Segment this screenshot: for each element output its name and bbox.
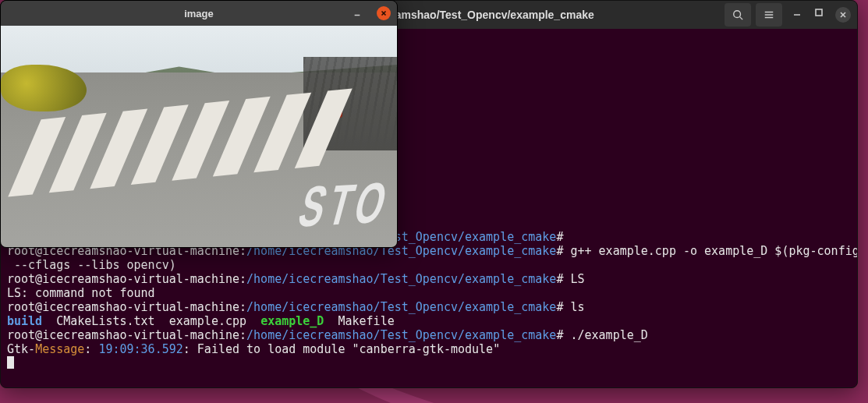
terminal-line: # ls: [556, 300, 584, 314]
prompt-path: /home/icecreamshao/Test_Opencv/example_c…: [246, 272, 556, 286]
maximize-icon: [814, 8, 824, 17]
svg-point-0: [734, 11, 741, 18]
terminal-line: LS: command not found: [7, 286, 155, 300]
svg-line-1: [740, 17, 743, 20]
search-icon: [732, 9, 743, 20]
terminal-line: # g++ example.cpp -o example_D $(pkg-con…: [556, 244, 858, 258]
prompt-path: /home/icecreamshao/Test_Opencv/example_c…: [246, 300, 556, 314]
terminal-line: # LS: [556, 272, 584, 286]
ls-entry-dir: build: [7, 314, 42, 328]
image-window-title: image: [184, 8, 214, 19]
hamburger-icon: [763, 9, 774, 20]
image-stop-marking: STO: [292, 168, 397, 241]
maximize-button[interactable]: [813, 7, 824, 18]
close-icon: [380, 9, 388, 17]
terminal-line: Gtk-: [7, 342, 35, 356]
ls-entry-exec: example_D: [260, 314, 324, 328]
image-titlebar[interactable]: image: [1, 1, 397, 26]
window-controls: [792, 7, 851, 23]
menu-button[interactable]: [756, 3, 782, 27]
ls-entry-file: CMakeLists.txt: [56, 314, 154, 328]
search-button[interactable]: [725, 3, 751, 27]
prompt-host: root@icecreamshao-virtual-machine:: [7, 272, 246, 286]
terminal-line: :: [84, 342, 98, 356]
image-window-controls: [350, 6, 391, 20]
terminal-line: # ./example_D: [556, 328, 647, 342]
terminal-cursor: [7, 356, 14, 369]
image-content: STO: [1, 26, 397, 248]
prompt-host: root@icecreamshao-virtual-machine:: [7, 300, 246, 314]
prompt-host: root@icecreamshao-virtual-machine:: [7, 328, 246, 342]
minimize-button[interactable]: [350, 6, 364, 20]
close-icon: [838, 10, 848, 19]
close-button[interactable]: [377, 6, 391, 20]
terminal-line: #: [556, 230, 563, 244]
svg-rect-6: [816, 9, 822, 16]
terminal-line: 19:09:36.592: [98, 342, 182, 356]
terminal-line: Message: [35, 342, 84, 356]
image-window: image STO: [0, 0, 398, 248]
terminal-line: --cflags --libs opencv): [7, 258, 176, 272]
close-button[interactable]: [835, 7, 851, 23]
prompt-path: /home/icecreamshao/Test_Opencv/example_c…: [246, 328, 556, 342]
ls-entry-file: example.cpp: [169, 314, 246, 328]
minimize-icon: [353, 9, 361, 17]
ls-entry-file: Makefile: [338, 314, 394, 328]
minimize-icon: [792, 8, 802, 17]
minimize-button[interactable]: [792, 7, 802, 18]
terminal-line: : Failed to load module "canberra-gtk-mo…: [183, 342, 500, 356]
